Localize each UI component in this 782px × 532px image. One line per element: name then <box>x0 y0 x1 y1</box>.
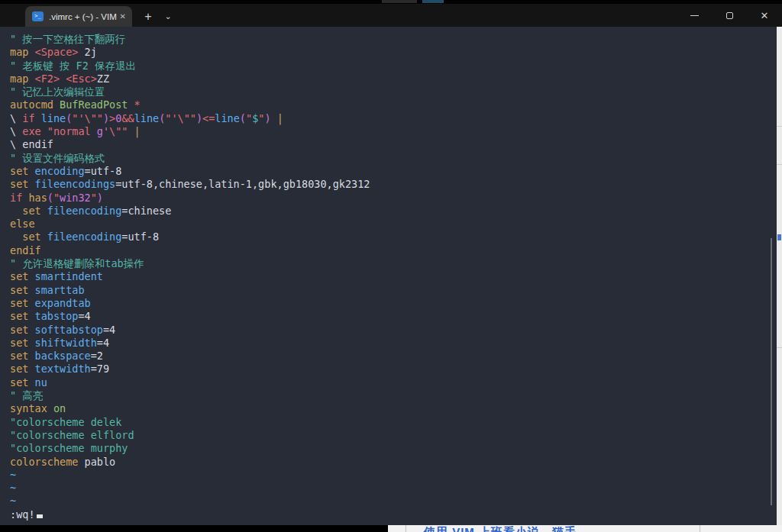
divider <box>777 347 782 348</box>
terminal-line: "colorscheme delek <box>10 416 777 429</box>
minimize-icon <box>690 15 699 16</box>
background-window-top-edge-accent <box>422 0 444 3</box>
terminal-line: set fileencodings=utf-8,chinese,latin-1,… <box>10 178 777 191</box>
terminal-line: map <F2> <Esc>ZZ <box>10 73 777 85</box>
terminal-line: syntax on <box>10 402 777 415</box>
terminal-line: set shiftwidth=4 <box>10 337 777 350</box>
divider <box>777 164 782 165</box>
terminal-line: ~ <box>10 495 777 508</box>
terminal-line: autocmd BufReadPost * <box>10 98 777 111</box>
new-tab-button[interactable]: + <box>140 8 157 25</box>
close-icon: ✕ <box>761 11 769 21</box>
background-page-sliver <box>777 27 782 532</box>
tab-vimrc[interactable]: >_ .vimrc + (~) - VIM ✕ <box>25 6 132 27</box>
divider <box>700 525 700 532</box>
terminal-line: endif <box>10 244 777 257</box>
terminal-line: \ exe "normal g'\"" | <box>10 125 777 138</box>
window-controls: ✕ <box>677 4 782 27</box>
close-button[interactable]: ✕ <box>747 4 782 27</box>
terminal-line: set smarttab <box>10 284 777 297</box>
terminal-line: map <Space> 2j <box>10 46 777 59</box>
terminal-line: " 允许退格键删除和tab操作 <box>10 257 777 270</box>
terminal-line: ~ <box>10 482 777 495</box>
terminal-line: ~ <box>10 469 777 482</box>
terminal-line: " 按一下空格往下翻两行 <box>10 33 777 46</box>
terminal-line: set nu <box>10 376 777 389</box>
terminal-line: "colorscheme elflord <box>10 429 777 442</box>
terminal-line: set backspace=2 <box>10 350 777 363</box>
terminal-line: \ if line("'\"")>0&&line("'\"")<=line("$… <box>10 112 777 125</box>
terminal-line: "colorscheme murphy <box>10 442 777 455</box>
terminal-line: else <box>10 218 777 231</box>
terminal-line: set softtabstop=4 <box>10 324 777 337</box>
chevron-down-icon[interactable]: ⌄ <box>160 8 176 25</box>
background-page-strip: 使用 VIM 上班看小说 - 猫手 <box>388 525 782 532</box>
terminal-line: " 记忆上次编辑位置 <box>10 85 777 98</box>
maximize-button[interactable] <box>712 4 747 27</box>
titlebar[interactable]: >_ .vimrc + (~) - VIM ✕ + ⌄ ✕ <box>0 4 782 27</box>
terminal-scrollbar[interactable] <box>771 238 772 505</box>
divider <box>406 525 406 532</box>
terminal-line: set smartindent <box>10 270 777 283</box>
tab-title: .vimrc + (~) - VIM <box>49 12 117 21</box>
powershell-icon: >_ <box>32 11 44 21</box>
terminal-line: " 设置文件编码格式 <box>10 152 777 165</box>
background-page-link[interactable]: 使用 VIM 上班看小说 - 猫手 <box>424 525 577 532</box>
maximize-icon <box>726 12 733 19</box>
terminal-line: set encoding=utf-8 <box>10 165 777 178</box>
desktop: 使用 VIM 上班看小说 - 猫手 >_ .vimrc + (~) - VIM … <box>0 0 782 532</box>
background-page-text-fragment <box>777 234 781 240</box>
terminal-line: \ endif <box>10 138 777 151</box>
terminal-line: set textwidth=79 <box>10 363 777 376</box>
terminal-line: colorscheme pablo <box>10 456 777 469</box>
background-window-top-edge <box>382 0 417 3</box>
terminal-line: " 老板键 按 F2 保存退出 <box>10 60 777 73</box>
terminal-line: if has("win32") <box>10 192 777 205</box>
divider <box>777 126 782 127</box>
terminal-screen[interactable]: " 按一下空格往下翻两行map <Space> 2j" 老板键 按 F2 保存退… <box>0 27 777 525</box>
minimize-button[interactable] <box>677 4 712 27</box>
terminal-line: :wq! <box>10 508 777 521</box>
terminal-line: set tabstop=4 <box>10 310 777 323</box>
tab-close-icon[interactable]: ✕ <box>120 13 126 21</box>
terminal-line: " 高亮 <box>10 389 777 402</box>
terminal-cursor <box>37 514 43 518</box>
terminal-line: set expandtab <box>10 297 777 310</box>
terminal-line: set fileencoding=chinese <box>10 205 777 218</box>
terminal-line: set fileencoding=utf-8 <box>10 231 777 243</box>
